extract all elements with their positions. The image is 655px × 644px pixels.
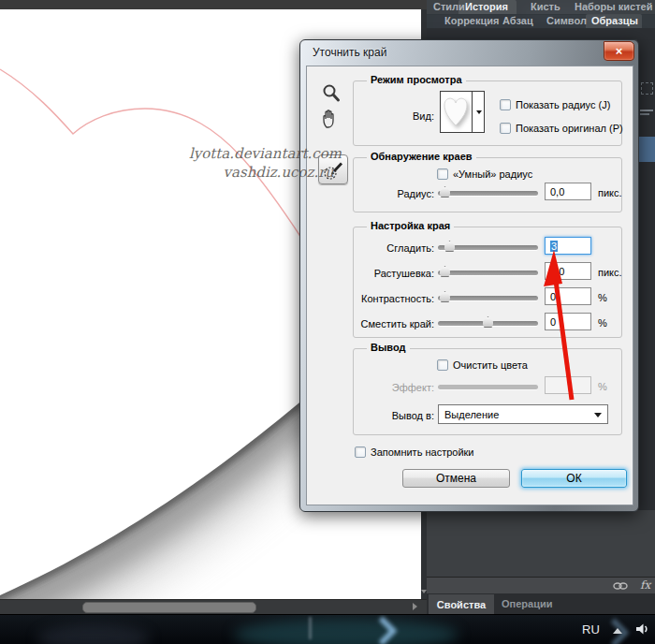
contrast-value: 0 <box>550 291 556 302</box>
decontaminate-checkbox[interactable] <box>437 359 448 371</box>
radius-slider-track[interactable] <box>438 191 538 196</box>
thumbnail-arrow-zone[interactable] <box>472 92 485 132</box>
tab-styles[interactable]: Стили <box>433 1 465 12</box>
panel-text-fragment <box>640 110 653 111</box>
tab-paragraph[interactable]: Абзац <box>502 15 533 26</box>
radius-value: 0,0 <box>550 186 564 198</box>
radius-unit: пикс. <box>598 186 622 199</box>
decontaminate-label: Очистить цвета <box>453 359 528 372</box>
shift-edge-unit: % <box>598 316 607 329</box>
contrast-label: Контрастность: <box>356 292 434 305</box>
group-output-legend: Вывод <box>367 342 410 353</box>
panel-row-highlight[interactable] <box>639 137 655 162</box>
view-label: Вид: <box>357 110 434 123</box>
tab-brush-presets[interactable]: Наборы кистей <box>575 1 652 12</box>
tab-history[interactable]: История <box>465 1 508 12</box>
shift-edge-input[interactable]: 0 <box>545 313 591 330</box>
tab-properties-label: Свойства <box>437 599 486 610</box>
contrast-slider-track[interactable] <box>438 296 538 300</box>
group-adjust-edge-legend: Настройка края <box>367 220 454 231</box>
panel-header-strip <box>427 28 655 39</box>
hscrollbar-thumb[interactable] <box>82 602 256 613</box>
tab-character[interactable]: Символ <box>546 15 587 26</box>
output-to-dropdown[interactable]: Выделение <box>438 404 608 424</box>
wallpaper-glow <box>37 624 150 644</box>
radius-label: Радиус: <box>356 187 434 200</box>
taskbar: RU <box>0 614 655 644</box>
amount-unit: % <box>598 380 607 393</box>
ok-button[interactable]: ОК <box>521 469 627 488</box>
group-view-mode-legend: Режим просмотра <box>367 74 466 85</box>
tab-actions[interactable]: Операции <box>502 598 552 609</box>
smart-radius-label: «Умный» радиус <box>453 168 532 181</box>
heart-thumbnail <box>441 92 472 132</box>
dialog-client: Режим просмотра Вид: Показать радиус (J)… <box>306 66 633 505</box>
amount-label: Эффект: <box>356 381 434 394</box>
contrast-input[interactable]: 0 <box>545 287 591 305</box>
remember-settings-checkbox[interactable] <box>355 446 366 458</box>
amount-slider-track <box>438 385 538 389</box>
hscroll-right-icon[interactable] <box>413 603 417 610</box>
remember-settings-label: Запомнить настройки <box>371 446 474 459</box>
output-to-value: Выделение <box>444 409 499 420</box>
ok-button-label: ОК <box>566 472 581 485</box>
feather-unit: пикс. <box>598 266 622 279</box>
contrast-unit: % <box>598 291 607 304</box>
shift-edge-value: 0 <box>550 316 556 328</box>
tab-swatches[interactable]: Образцы <box>591 15 638 26</box>
wallpaper-glow <box>234 619 458 644</box>
zoom-tool-icon[interactable] <box>321 82 342 105</box>
feather-input[interactable]: 0,0 <box>545 262 591 280</box>
dialog-title: Уточнить край <box>313 46 386 59</box>
output-to-label: Вывод в: <box>356 409 434 422</box>
panel-text-fragment <box>640 113 649 115</box>
watermark-line1: lyotta.deviantart.com <box>173 145 342 162</box>
layers-bottom-bar: fx <box>427 577 655 594</box>
shift-edge-label: Сместить край: <box>356 317 434 330</box>
amount-input <box>545 376 591 394</box>
link-icon[interactable] <box>613 581 628 591</box>
smooth-value: 3 <box>550 241 558 252</box>
history-panel-area <box>427 510 655 577</box>
close-icon: × <box>616 44 623 58</box>
show-radius-checkbox[interactable] <box>500 99 511 110</box>
show-radius-label: Показать радиус (J) <box>516 98 610 111</box>
hand-tool-icon[interactable] <box>319 108 342 130</box>
tray-expand-icon[interactable] <box>613 628 622 634</box>
close-button[interactable]: × <box>604 41 634 61</box>
feather-value: 0,0 <box>550 266 564 277</box>
show-original-label: Показать оригинал (P) <box>516 122 623 135</box>
panel-icon <box>641 82 653 95</box>
feather-label: Растушевка: <box>356 267 434 280</box>
chevron-down-icon <box>594 413 602 417</box>
cancel-button-label: Отмена <box>436 472 476 485</box>
tab-brush[interactable]: Кисть <box>531 1 560 12</box>
fx-icon[interactable]: fx <box>640 578 650 592</box>
radius-input[interactable]: 0,0 <box>545 183 591 200</box>
chevron-down-icon <box>476 110 482 114</box>
speaker-icon[interactable] <box>633 621 650 637</box>
photoshop-window: Стили История Кисть Наборы кистей Коррек… <box>0 0 655 644</box>
feather-slider-track[interactable] <box>438 271 538 275</box>
language-indicator[interactable]: RU <box>582 622 600 637</box>
cancel-button[interactable]: Отмена <box>402 469 510 488</box>
smooth-label: Сгладить: <box>356 242 434 255</box>
group-edge-detection-legend: Обнаружение краев <box>367 151 476 162</box>
tab-properties[interactable]: Свойства <box>429 594 494 614</box>
tab-adjustments[interactable]: Коррекция <box>444 15 499 26</box>
smart-radius-checkbox[interactable] <box>437 168 448 180</box>
show-original-checkbox[interactable] <box>500 123 511 134</box>
refine-edge-dialog: Уточнить край × Режим просм <box>299 39 639 512</box>
smooth-input[interactable]: 3 <box>545 237 591 255</box>
view-thumbnail-dropdown[interactable] <box>440 91 485 133</box>
wallpaper-streak <box>309 617 312 639</box>
watermark-line2: vashdiz.ucoz.ru <box>173 164 334 181</box>
